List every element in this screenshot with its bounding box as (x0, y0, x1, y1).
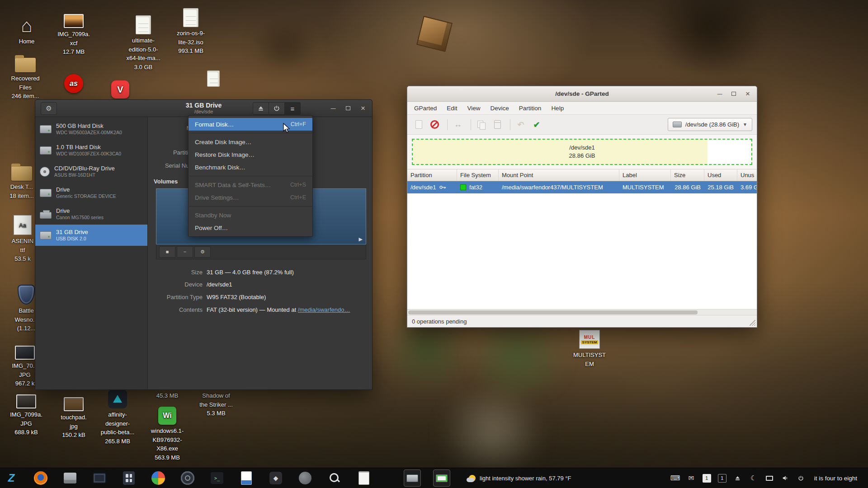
desktop-icon-document[interactable] (192, 65, 235, 89)
desktop-icon-45mb-label[interactable]: 45.3 MB (146, 391, 189, 400)
workspace-badge-1[interactable]: 1 (703, 474, 711, 483)
close-button[interactable]: × (742, 89, 753, 99)
menu-item-drive-settings[interactable]: Drive Settings…Ctrl+E (189, 191, 312, 204)
display-indicator-icon[interactable] (765, 474, 774, 483)
minimize-button[interactable]: ─ (328, 103, 339, 114)
menu-item-power-off[interactable]: Power Off… (189, 221, 312, 234)
horizontal-scrollbar[interactable] (407, 309, 757, 315)
keyboard-indicator-icon[interactable]: ⌨ (671, 474, 680, 483)
image-thumbnail-icon (16, 394, 36, 408)
running-app-gnome-disks[interactable] (404, 469, 421, 487)
web-browser-launcher[interactable] (180, 470, 195, 486)
running-app-gparted[interactable] (433, 469, 450, 487)
menu-item-standby-now[interactable]: Standby Now (189, 209, 312, 221)
menu-item-format-disk[interactable]: Format Disk…Ctrl+F (189, 118, 312, 131)
gear-button[interactable]: ⚙ (41, 102, 57, 115)
drive-menu-button[interactable]: ≡ (284, 102, 301, 115)
expand-arrow-icon[interactable]: ▶ (359, 236, 363, 242)
files-launcher[interactable] (62, 470, 78, 486)
sidebar-drive-canon[interactable]: DriveCanon MG7500 series (35, 203, 147, 225)
close-button[interactable]: × (358, 103, 368, 114)
sidebar-drive-optical[interactable]: CD/DVD/Blu-Ray DriveASUS BW-16D1HT (35, 161, 147, 182)
gparted-titlebar[interactable]: /dev/sde - GParted ─ × (407, 86, 757, 102)
firefox-launcher[interactable] (33, 470, 48, 486)
menu-item-benchmark-disk[interactable]: Benchmark Disk… (189, 161, 312, 174)
detail-row-partition-type: Partition TypeW95 FAT32 (Bootable) (148, 294, 266, 300)
text-editor-launcher[interactable] (356, 470, 372, 486)
messages-indicator-icon[interactable]: ✉ (687, 474, 696, 483)
inkscape-launcher[interactable]: ◆ (268, 470, 283, 486)
copy-partition-button[interactable] (475, 118, 488, 131)
fuzzy-clock[interactable]: it is four to eight (814, 475, 857, 482)
resize-grip[interactable] (750, 320, 755, 326)
menu-edit[interactable]: Edit (442, 105, 462, 112)
weather-indicator[interactable]: light intensity shower rain, 57.79 °F (469, 475, 571, 482)
desktop-icon-img7099a-jpg[interactable]: IMG_7099a. JPG 688.9 kB (5, 387, 48, 437)
desktop-icon-shadow-striker[interactable]: Shadow of the Striker ... 5.3 MB (194, 391, 238, 418)
maximize-button[interactable] (728, 89, 739, 99)
icon-label: IMG_7099a. (10, 410, 42, 419)
cell-used: 25.18 GiB (704, 181, 737, 193)
undo-button[interactable]: ↶ (514, 118, 528, 131)
resize-partition-button[interactable]: ↔ (451, 118, 465, 131)
screenshot-launcher[interactable] (327, 470, 342, 486)
night-light-icon[interactable]: ☾ (749, 474, 758, 483)
eject-button[interactable] (253, 102, 269, 115)
menu-item-smart-data[interactable]: SMART Data & Self-Tests…Ctrl+S (189, 178, 312, 191)
unmount-button[interactable]: ■ (159, 246, 175, 258)
paste-partition-button[interactable] (491, 118, 504, 131)
menu-view[interactable]: View (462, 105, 486, 112)
desktop-icon-multisystem[interactable]: MUL SYSTEM MULTISYST EM (568, 327, 611, 368)
desktop-icon-home[interactable]: ⌂ Home (5, 14, 48, 46)
additional-options-button[interactable]: ⚙ (194, 246, 211, 258)
eject-indicator-icon[interactable] (733, 474, 742, 483)
gimp-launcher[interactable] (297, 470, 313, 486)
sidebar-drive-31gb-usb[interactable]: 31 GB DriveUSB DISK 2.0 (35, 225, 147, 246)
volume-indicator-icon[interactable] (781, 474, 790, 483)
icon-label: Battle (19, 306, 33, 315)
weather-icon (469, 475, 476, 482)
calculator-launcher[interactable] (121, 470, 137, 486)
desktop-icon-img7099a-xcf[interactable]: IMG_7099a. xcf 12.7 MB (52, 6, 95, 56)
table-row-sde1[interactable]: /dev/sde1 fat32 /media/swarfendor437/MUL… (407, 181, 757, 193)
power-indicator-icon[interactable] (797, 474, 806, 483)
apply-operations-button[interactable]: ✔ (530, 118, 543, 131)
menu-partition[interactable]: Partition (514, 105, 547, 112)
desktop-icon-affinity-designer[interactable]: affinity- designer- public-beta... 265.8… (96, 387, 139, 446)
desktop-icon-touchpad-jpg[interactable]: touchpad. jpg 150.2 kB (52, 389, 95, 440)
desktop-icon-lastfm[interactable]: as (52, 71, 95, 95)
disks-titlebar[interactable]: ⚙ 31 GB Drive /dev/sde ≡ ─ × (35, 100, 372, 117)
desktop-icon-zorin-iso[interactable]: zorin-os-9- lite-32.iso 993.1 MB (169, 5, 212, 56)
delete-partition-button[interactable]: − (177, 246, 193, 258)
sidebar-drive-generic[interactable]: DriveGeneric STORAGE DEVICE (35, 182, 147, 203)
icon-label: edition-5.0- (128, 45, 158, 54)
menu-item-create-disk-image[interactable]: Create Disk Image… (189, 136, 312, 148)
maximize-button[interactable] (343, 103, 354, 114)
writer-launcher[interactable] (239, 470, 254, 486)
device-selector[interactable]: /dev/sde (28.86 GiB) ▼ (668, 118, 752, 131)
displays-launcher[interactable] (92, 470, 107, 486)
menu-item-restore-disk-image[interactable]: Restore Disk Image… (189, 148, 312, 161)
software-center-launcher[interactable] (151, 470, 166, 486)
workspace-badge-2[interactable]: 1 (718, 474, 726, 483)
scrollbar-thumb[interactable] (408, 310, 698, 314)
drive-icon (40, 189, 52, 197)
sidebar-drive-1tb[interactable]: 1.0 TB Hard DiskWDC WD1003FZEX-00K3CA0 (35, 140, 147, 161)
sidebar-drive-500gb[interactable]: 500 GB Hard DiskWDC WD5003AZEX-00MK2A0 (35, 118, 147, 140)
desktop-icon-ultimate-edition-iso[interactable]: ultimate- edition-5.0- x64-lite-ma... 3.… (122, 13, 165, 71)
desktop-icon-vivaldi[interactable]: V (99, 77, 142, 100)
desktop-icon-recovered-files[interactable]: Recovered Files 246 item... (4, 51, 47, 101)
desktop-icon-windows-exe[interactable]: Wi windows6.1- KB976932- X86.exe 563.9 M… (146, 403, 189, 462)
delete-partition-button[interactable] (428, 118, 441, 131)
terminal-launcher[interactable]: >_ (209, 470, 225, 486)
new-partition-button[interactable] (412, 118, 425, 131)
menu-device[interactable]: Device (486, 105, 514, 112)
mount-point-link[interactable]: /media/swarfendo… (298, 306, 350, 313)
zorin-menu-button[interactable]: Z (4, 470, 19, 486)
power-off-button[interactable] (269, 102, 285, 115)
menu-gparted[interactable]: GParted (409, 105, 442, 112)
zorin-logo-icon: Z (8, 472, 15, 484)
minimize-button[interactable]: ─ (714, 89, 725, 99)
partition-visual-sde1[interactable]: /dev/sde1 28.86 GiB (412, 139, 752, 165)
menu-help[interactable]: Help (546, 105, 569, 112)
